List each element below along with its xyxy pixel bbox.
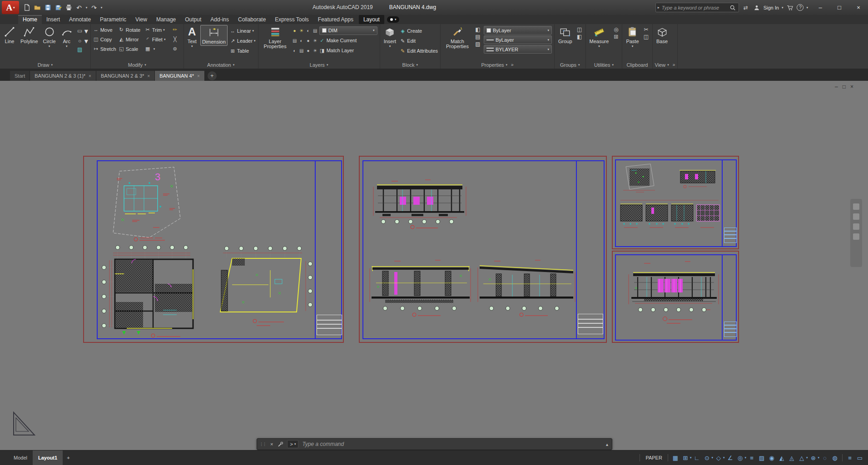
isodraft-dropdown[interactable]: ▾: [723, 456, 725, 460]
layout1-tab[interactable]: Layout1: [33, 450, 63, 465]
sign-in-button[interactable]: Sign In: [764, 5, 779, 10]
close-tab-icon[interactable]: ×: [147, 74, 150, 79]
viewport-3[interactable]: [615, 159, 737, 247]
file-tab-bangunan-2-3[interactable]: BANGUNAN 2 & 3*×: [96, 71, 155, 81]
annotation-scale-dropdown[interactable]: ▾: [806, 456, 808, 460]
osnap-dropdown[interactable]: ▾: [744, 456, 746, 460]
ribbon-tab-collaborate[interactable]: Collaborate: [233, 15, 270, 24]
drawing-area[interactable]: ‒ □ × 3: [0, 81, 868, 465]
edit-attributes-button[interactable]: ✎Edit Attributes: [400, 46, 438, 55]
group-button[interactable]: Group: [557, 25, 574, 45]
help-icon[interactable]: ?: [797, 4, 804, 11]
orbit-icon[interactable]: [853, 233, 859, 240]
paste-dropdown[interactable]: ▾: [632, 45, 634, 48]
minimize-button[interactable]: ‒: [811, 0, 830, 15]
save-button[interactable]: [43, 3, 53, 13]
navigation-bar[interactable]: [850, 199, 862, 267]
properties-misc3-icon[interactable]: ▨: [474, 41, 481, 47]
drawing-close-button[interactable]: ×: [850, 84, 853, 90]
hatch-button[interactable]: ▨: [76, 47, 84, 53]
grid-display-toggle[interactable]: ▦: [671, 455, 680, 461]
plot-button[interactable]: [64, 3, 74, 13]
paper-space-label[interactable]: PAPER: [645, 455, 662, 460]
ribbon-display-toggle[interactable]: ▾: [387, 16, 400, 23]
layer-match-icon[interactable]: ◐: [292, 48, 298, 53]
layer-properties-button[interactable]: Layer Properties: [261, 25, 290, 50]
properties-expand[interactable]: »: [511, 62, 514, 67]
layer-lock-icon[interactable]: ◐: [306, 28, 311, 33]
cart-icon[interactable]: [786, 4, 794, 12]
viewport-1[interactable]: 3: [97, 160, 342, 339]
ortho-mode-toggle[interactable]: ∟: [692, 455, 701, 461]
object-snap-tracking-toggle[interactable]: ∠: [725, 455, 734, 461]
stretch-button[interactable]: ↦Stretch: [93, 46, 119, 52]
layer-thaw-icon[interactable]: ☀: [299, 28, 304, 33]
polyline-button[interactable]: Polyline: [19, 25, 40, 45]
ribbon-tab-addins[interactable]: Add-ins: [206, 15, 233, 24]
transparency-toggle[interactable]: ▨: [757, 455, 766, 461]
mirror-button[interactable]: ◭Mirror: [119, 36, 145, 42]
linear-dimension-button[interactable]: ↔Linear▾: [230, 26, 256, 35]
drawing-minimize-button[interactable]: ‒: [835, 84, 838, 90]
undo-button[interactable]: ↶: [74, 3, 84, 13]
edit-block-button[interactable]: ✎Edit: [400, 36, 438, 45]
ribbon-tab-parametric[interactable]: Parametric: [95, 15, 131, 24]
circle-dropdown[interactable]: ▾: [49, 45, 50, 48]
search-icon[interactable]: [729, 4, 737, 12]
clean-screen-button[interactable]: ▭: [855, 455, 864, 461]
leader-button[interactable]: ↗Leader▾: [230, 36, 256, 45]
ungroup-button[interactable]: ◫: [576, 27, 583, 33]
layer-off2-icon[interactable]: ☀: [312, 38, 318, 43]
file-tab-bangunan-2-3-1[interactable]: BANGUNAN 2 & 3 (1)*×: [30, 71, 96, 81]
rotate-button[interactable]: ↻Rotate: [119, 27, 145, 33]
isometric-drafting-toggle[interactable]: ◇: [714, 455, 723, 461]
layer-isolate-icon[interactable]: ▤: [292, 38, 298, 43]
create-block-button[interactable]: ◈Create: [400, 26, 438, 35]
layout-sheet-4[interactable]: [612, 251, 739, 343]
ribbon-overflow[interactable]: »: [673, 62, 675, 67]
panel-block-label[interactable]: Block: [402, 62, 415, 68]
close-tab-icon[interactable]: ×: [89, 74, 91, 79]
layer-walk-icon[interactable]: ●: [306, 48, 311, 53]
panel-modify-label[interactable]: Modify: [128, 62, 143, 68]
text-dropdown[interactable]: ▾: [191, 45, 193, 48]
cut-button[interactable]: ✂: [643, 27, 650, 33]
layer-unisolate-icon[interactable]: ◐: [299, 38, 304, 43]
polar-dropdown[interactable]: ▾: [711, 456, 713, 460]
workspace-dropdown[interactable]: ▾: [818, 456, 819, 460]
customize-button[interactable]: ≡: [845, 455, 854, 461]
measure-dropdown[interactable]: ▾: [598, 45, 600, 48]
panel-properties-label[interactable]: Properties: [481, 62, 504, 68]
file-tab-bangunan-4[interactable]: BANGUNAN 4*×: [155, 71, 205, 81]
object-snap-toggle[interactable]: ◎: [735, 455, 744, 461]
quick-calc-button[interactable]: ⊞: [612, 34, 620, 40]
properties-misc2-icon[interactable]: ▤: [474, 34, 481, 40]
annotation-monitor-toggle[interactable]: ◌: [820, 455, 829, 461]
undo-dropdown[interactable]: ▾: [84, 6, 89, 10]
make-current-button[interactable]: ✓Make Current: [319, 38, 357, 44]
new-file-button[interactable]: [22, 3, 32, 13]
ribbon-tab-annotate[interactable]: Annotate: [64, 15, 95, 24]
line-button[interactable]: Line: [2, 25, 17, 45]
panel-utilities-label[interactable]: Utilities: [594, 62, 610, 68]
save-as-button[interactable]: [53, 3, 63, 13]
ribbon-tab-featured-apps[interactable]: Featured Apps: [313, 15, 358, 24]
offset-button[interactable]: ⊜: [172, 46, 181, 52]
redo-button[interactable]: ↷: [89, 3, 99, 13]
layout-sheet-2[interactable]: [359, 156, 607, 343]
erase-button[interactable]: ✏: [172, 27, 181, 33]
command-customize-icon[interactable]: [275, 441, 286, 447]
move-button[interactable]: ↔Move: [93, 27, 119, 33]
workspace-switching-button[interactable]: ⊛: [808, 455, 818, 461]
rectangle-dropdown[interactable]: ▾: [84, 27, 88, 35]
pan-icon[interactable]: [853, 213, 859, 220]
drawing-restore-button[interactable]: □: [843, 84, 846, 90]
circle-button[interactable]: Circle ▾: [42, 25, 57, 49]
ribbon-tab-insert[interactable]: Insert: [42, 15, 64, 24]
base-button[interactable]: Base: [655, 25, 670, 45]
close-button[interactable]: ×: [849, 0, 868, 15]
lineweight-combo[interactable]: BYLAYER ▾: [484, 45, 552, 54]
panel-view-label[interactable]: View: [655, 62, 666, 68]
application-menu-button[interactable]: A ▾: [2, 1, 19, 14]
panel-annotation-label[interactable]: Annotation: [207, 62, 231, 68]
